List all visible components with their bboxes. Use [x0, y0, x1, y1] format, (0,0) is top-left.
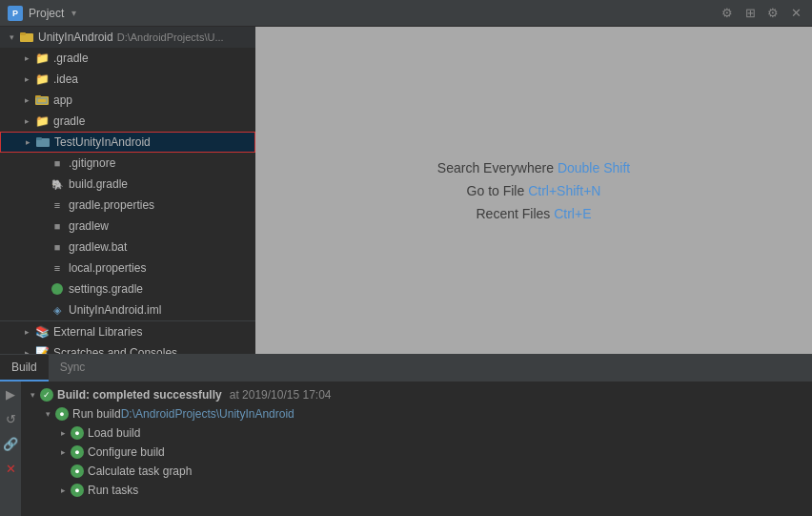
settings-btn-1[interactable]: ⚙	[719, 5, 736, 22]
build-expand-icon[interactable]	[25, 387, 40, 402]
gradle-icon: 🐘	[50, 176, 65, 192]
build-label: Build: completed successfully	[57, 388, 222, 402]
bottom-sidebar-icons: ▶ ↺ 🔗 ✕	[0, 382, 21, 516]
item-label: UnityInAndroid.iml	[69, 303, 161, 317]
item-label: Scratches and Consoles	[53, 346, 177, 354]
gradle-green-icon	[50, 281, 65, 297]
status-icon-run: ●	[71, 464, 84, 478]
list-item[interactable]: 📁 gradle	[0, 111, 255, 132]
hint-text-1: Search Everywhere	[437, 160, 558, 175]
svg-rect-1	[20, 32, 26, 35]
stop-icon[interactable]: ✕	[2, 460, 19, 477]
expand-icon	[19, 72, 34, 87]
list-item[interactable]: ■ .gitignore	[0, 153, 255, 174]
build-label: Calculate task graph	[88, 464, 192, 478]
item-label: .gradle	[53, 52, 89, 65]
list-item[interactable]: ■ gradlew	[0, 216, 255, 237]
tab-build[interactable]: Build	[0, 355, 49, 382]
file-icon: ■	[50, 239, 65, 255]
root-folder-icon	[19, 30, 34, 45]
build-label: Run build	[72, 407, 121, 421]
svg-rect-6	[36, 137, 42, 140]
item-label: gradlew	[69, 219, 109, 233]
item-label: TestUnityInAndroid	[54, 135, 151, 149]
status-icon-run: ●	[71, 484, 84, 497]
item-label: gradle	[53, 114, 85, 128]
library-icon: 📚	[34, 324, 50, 340]
expand-icon	[19, 114, 34, 129]
list-item[interactable]: 📁 .gradle	[0, 48, 255, 69]
hint-recent: Recent Files Ctrl+E	[477, 206, 592, 221]
folder-icon: 📁	[34, 72, 50, 87]
hint-shortcut-2: Ctrl+Shift+N	[528, 183, 600, 198]
title-bar: P Project ▾ ⚙ ⊞ ⚙ ✕	[0, 0, 812, 27]
main-area: UnityInAndroid D:\AndroidProjects\U... 📁…	[0, 27, 812, 354]
list-item[interactable]: ≡ local.properties	[0, 258, 255, 279]
status-icon-run: ●	[71, 445, 84, 459]
folder-icon: 📁	[34, 114, 50, 129]
folder-icon	[34, 93, 50, 108]
tab-sync[interactable]: Sync	[49, 355, 97, 382]
layout-btn[interactable]: ⊞	[741, 5, 759, 22]
build-item: ● Calculate task graph	[21, 462, 812, 481]
status-icon-run: ●	[55, 407, 69, 421]
hint-text-3: Recent Files	[477, 206, 555, 221]
hint-goto: Go to File Ctrl+Shift+N	[467, 183, 601, 198]
properties-icon: ≡	[50, 197, 65, 213]
close-panel-btn[interactable]: ✕	[787, 5, 804, 22]
hint-text-2: Go to File	[467, 183, 529, 198]
run-icon[interactable]: ▶	[2, 385, 19, 402]
build-expand-icon[interactable]	[55, 483, 71, 498]
item-label: build.gradle	[69, 177, 128, 191]
external-libraries-item[interactable]: 📚 External Libraries	[0, 321, 255, 342]
scratch-icon: 📝	[34, 345, 50, 354]
link-icon[interactable]: 🔗	[2, 435, 19, 452]
tree-bottom-section: 📚 External Libraries 📝 Scratches and Con…	[0, 320, 255, 354]
build-expand-icon[interactable]	[55, 425, 71, 441]
build-item: ● Run tasks	[21, 481, 812, 500]
item-label: local.properties	[69, 261, 146, 275]
list-item[interactable]: 🐘 build.gradle	[0, 174, 255, 195]
scratches-item[interactable]: 📝 Scratches and Consoles	[0, 342, 255, 354]
hint-shortcut-3: Ctrl+E	[554, 206, 591, 221]
item-label: gradle.properties	[69, 198, 154, 212]
folder-icon: 📁	[34, 51, 50, 66]
build-timestamp: at 2019/10/15 17:04	[230, 388, 332, 402]
file-icon: ■	[50, 218, 65, 234]
item-label: External Libraries	[53, 325, 142, 339]
settings-btn-2[interactable]: ⚙	[764, 5, 782, 22]
bottom-with-sidebar: ▶ ↺ 🔗 ✕ ✓ Build: completed successfully …	[0, 382, 812, 516]
iml-icon: ◈	[50, 302, 65, 318]
title-dropdown[interactable]: ▾	[71, 8, 76, 18]
list-item[interactable]: TestUnityInAndroid	[0, 132, 255, 153]
file-icon: ■	[50, 155, 65, 171]
root-label: UnityInAndroid	[38, 31, 113, 44]
list-item[interactable]: ◈ UnityInAndroid.iml	[0, 299, 255, 320]
item-label: .idea	[53, 72, 78, 86]
item-label: .gitignore	[69, 156, 115, 170]
right-panel: Search Everywhere Double Shift Go to Fil…	[255, 27, 812, 354]
build-expand-icon[interactable]	[55, 444, 71, 460]
tree-root[interactable]: UnityInAndroid D:\AndroidProjects\U...	[0, 27, 255, 48]
list-item[interactable]: app	[0, 90, 255, 111]
status-icon-run: ●	[71, 426, 84, 440]
build-label: Run tasks	[88, 484, 138, 497]
build-expand-icon[interactable]	[40, 406, 55, 422]
properties-icon: ≡	[50, 260, 65, 276]
build-item: ● Run build D:\AndroidProjects\UnityInAn…	[21, 404, 812, 423]
expand-icon	[19, 93, 34, 108]
bottom-panel: Build Sync ▶ ↺ 🔗 ✕ ✓ Build: completed su…	[0, 354, 812, 516]
build-item: ● Load build	[21, 423, 812, 443]
hint-search: Search Everywhere Double Shift	[437, 160, 630, 175]
list-item[interactable]: settings.gradle	[0, 279, 255, 299]
list-item[interactable]: 📁 .idea	[0, 69, 255, 90]
expand-icon	[20, 134, 35, 150]
list-item[interactable]: ≡ gradle.properties	[0, 195, 255, 216]
expand-icon	[19, 51, 34, 66]
list-item[interactable]: ■ gradlew.bat	[0, 237, 255, 258]
file-tree: UnityInAndroid D:\AndroidProjects\U... 📁…	[0, 27, 255, 354]
build-label: Configure build	[88, 445, 165, 459]
expand-icon	[19, 345, 34, 354]
refresh-icon[interactable]: ↺	[2, 410, 19, 427]
build-item: ✓ Build: completed successfully at 2019/…	[21, 385, 812, 404]
